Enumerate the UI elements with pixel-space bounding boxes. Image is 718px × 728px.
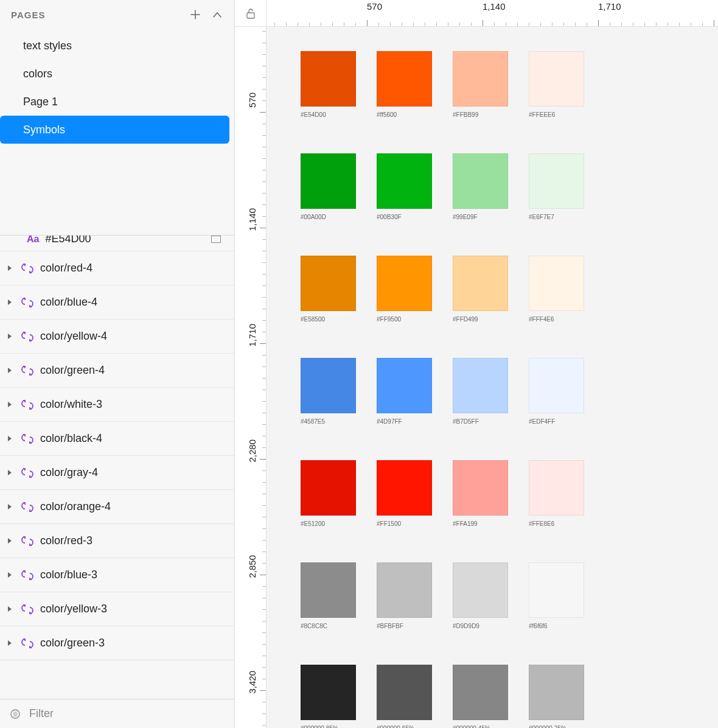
layer-row[interactable]: color/green-3 (0, 626, 234, 660)
color-swatch[interactable]: #000000,85% (301, 665, 356, 728)
page-item[interactable]: text styles (0, 32, 234, 60)
disclosure-icon[interactable] (6, 469, 15, 476)
sidebar: PAGES text stylescolorsPage 1Symbols Aa#… (0, 0, 235, 728)
swatch-label: #FF1500 (377, 520, 432, 527)
disclosure-icon[interactable] (6, 640, 15, 646)
ruler-label: 1,140 (483, 1, 506, 12)
disclosure-icon[interactable] (6, 572, 15, 578)
swatch-label: #E58500 (301, 316, 356, 323)
swatch-color (453, 153, 508, 209)
disclosure-icon[interactable] (6, 606, 15, 612)
color-swatch[interactable]: #FFEEE6 (529, 51, 584, 118)
color-swatch[interactable]: #FFD499 (453, 256, 508, 323)
horizontal-ruler[interactable]: 5701,1401,710 (267, 0, 718, 27)
color-swatch[interactable]: #B7D5FF (453, 358, 508, 425)
swatch-row: #4587E5#4D97FF#B7D5FF#EDF4FF (301, 358, 584, 425)
layer-row[interactable]: color/blue-4 (0, 285, 234, 320)
vertical-ruler[interactable]: 5701,1401,7102,2802,8503,420 (235, 27, 267, 728)
disclosure-icon[interactable] (6, 435, 15, 442)
layer-row[interactable]: color/yellow-4 (0, 320, 234, 354)
color-swatch[interactable]: #D9D9D9 (453, 562, 508, 629)
swatch-color (529, 256, 584, 311)
color-swatch[interactable]: #E58500 (301, 256, 356, 323)
collapse-icon[interactable] (211, 9, 223, 21)
color-swatch[interactable]: #f6f6f6 (529, 562, 584, 629)
color-swatch[interactable]: #E54D00 (301, 51, 356, 118)
layer-label: color/black-4 (40, 432, 234, 445)
layer-row[interactable]: color/red-4 (0, 251, 234, 285)
color-swatch[interactable]: #FFE8E6 (529, 460, 584, 527)
layer-row[interactable]: color/green-4 (0, 354, 234, 388)
layer-row[interactable]: color/gray-4 (0, 456, 234, 490)
page-item[interactable]: Page 1 (0, 88, 234, 116)
page-item[interactable]: colors (0, 60, 234, 88)
swatch-label: #000000,85% (301, 725, 356, 728)
disclosure-icon[interactable] (6, 537, 15, 544)
color-swatch[interactable]: #FFF4E6 (529, 256, 584, 323)
color-swatch[interactable]: #4587E5 (301, 358, 356, 425)
color-swatch[interactable]: #000000,45% (453, 665, 508, 728)
layer-label: #E54D00 (45, 235, 205, 245)
swatch-color (377, 562, 432, 618)
layer-row[interactable]: color/yellow-3 (0, 592, 234, 626)
lock-icon[interactable] (235, 0, 267, 27)
swatch-color (529, 665, 584, 720)
color-swatch[interactable]: #99E09F (453, 153, 508, 220)
swatch-color (453, 562, 508, 618)
color-swatch[interactable]: #000000,65% (377, 665, 432, 728)
disclosure-icon[interactable] (6, 503, 15, 510)
color-swatch[interactable]: #FFA199 (453, 460, 508, 527)
color-swatch[interactable]: #4D97FF (377, 358, 432, 425)
color-swatch[interactable]: #FFBB99 (453, 51, 508, 118)
layer-row[interactable]: color/black-4 (0, 422, 234, 456)
swatch-color (529, 358, 584, 413)
swatch-label: #000000,45% (453, 725, 508, 728)
swatch-label: #000000,25% (529, 725, 584, 728)
swatch-color (301, 460, 356, 516)
disclosure-icon[interactable] (6, 367, 15, 374)
swatch-grid: #E54D00#ff5600#FFBB99#FFEEE6#00A00D#00B3… (301, 51, 584, 728)
color-swatch[interactable]: #BFBFBF (377, 562, 432, 629)
swatch-label: #BFBFBF (377, 623, 432, 629)
swatch-label: #E6F7E7 (529, 214, 584, 220)
filter-icon (10, 709, 21, 719)
layer-label: color/green-4 (40, 364, 234, 377)
swatch-row: #E54D00#ff5600#FFBB99#FFEEE6 (301, 51, 584, 118)
layer-row[interactable]: color/white-3 (0, 388, 234, 422)
page-item[interactable]: Symbols (0, 116, 229, 144)
layer-list[interactable]: Aa#E54D00color/red-4color/blue-4color/ye… (0, 235, 234, 699)
swatch-row: #8C8C8C#BFBFBF#D9D9D9#f6f6f6 (301, 562, 584, 629)
svg-rect-1 (247, 13, 254, 18)
add-page-icon[interactable] (189, 9, 201, 21)
layer-label: color/gray-4 (40, 466, 234, 479)
color-swatch[interactable]: #FF9500 (377, 256, 432, 323)
color-swatch[interactable]: #000000,25% (529, 665, 584, 728)
swatch-label: #FFE8E6 (529, 520, 584, 527)
layer-row[interactable]: color/orange-4 (0, 490, 234, 524)
swatch-label: #000000,65% (377, 725, 432, 728)
color-swatch[interactable]: #EDF4FF (529, 358, 584, 425)
disclosure-icon[interactable] (6, 401, 15, 408)
ruler-label: 570 (247, 93, 257, 108)
layer-row[interactable]: color/blue-3 (0, 558, 234, 592)
color-swatch[interactable]: #E6F7E7 (529, 153, 584, 220)
color-swatch[interactable]: #FF1500 (377, 460, 432, 527)
swatch-label: #00A00D (301, 214, 356, 220)
color-swatch[interactable]: #00A00D (301, 153, 356, 220)
swatch-color (301, 665, 356, 720)
artboard[interactable]: #E54D00#ff5600#FFBB99#FFEEE6#00A00D#00B3… (267, 27, 718, 728)
color-swatch[interactable]: #E51200 (301, 460, 356, 527)
filter-input[interactable]: Filter (29, 707, 54, 720)
disclosure-icon[interactable] (6, 265, 15, 271)
symbol-icon (21, 296, 34, 309)
color-swatch[interactable]: #ff5600 (377, 51, 432, 118)
disclosure-icon[interactable] (6, 299, 15, 306)
layer-row[interactable]: Aa#E54D00 (0, 235, 234, 251)
color-swatch[interactable]: #00B30F (377, 153, 432, 220)
ruler-label: 1,140 (247, 208, 257, 231)
pages-header: PAGES (0, 0, 234, 29)
disclosure-icon[interactable] (6, 333, 15, 340)
layer-row[interactable]: color/red-3 (0, 524, 234, 558)
symbol-icon (21, 399, 34, 411)
color-swatch[interactable]: #8C8C8C (301, 562, 356, 629)
